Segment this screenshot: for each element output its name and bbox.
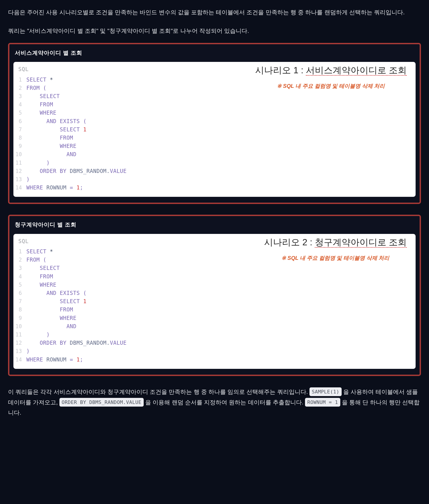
code-body[interactable]: 1SELECT *2FROM (3 SELECT4 FROM5 WHERE6 A… — [13, 74, 416, 197]
code-line: 8 FROM — [13, 134, 416, 142]
footer-seg3: 을 이용해 랜덤 순서를 지정하여 원하는 데이터를 추출합니다. — [144, 399, 305, 406]
code-line: 3 SELECT — [13, 92, 416, 100]
code-line: 14WHERE ROWNUM = 1; — [13, 356, 416, 364]
code-line: 13) — [13, 347, 416, 355]
line-number: 14 — [13, 356, 26, 364]
line-number: 11 — [13, 159, 26, 167]
code-text: AND — [26, 150, 76, 159]
line-number: 6 — [13, 117, 26, 125]
code-text: FROM ( — [26, 256, 46, 264]
code-line: 6 AND EXISTS ( — [13, 117, 416, 125]
line-number: 10 — [13, 150, 26, 159]
code-line: 12 ORDER BY DBMS_RANDOM.VALUE — [13, 167, 416, 175]
line-number: 11 — [13, 331, 26, 339]
line-number: 5 — [13, 281, 26, 289]
code-line: 13) — [13, 175, 416, 184]
code-text: ORDER BY DBMS_RANDOM.VALUE — [26, 167, 126, 175]
code-line: 8 FROM — [13, 306, 416, 314]
line-number: 13 — [13, 347, 26, 355]
line-number: 12 — [13, 167, 26, 175]
line-number: 9 — [13, 142, 26, 150]
code-card: SQL시나리오 2 : 청구계약아이디로 조회※ SQL 내 주요 컬럼명 및 … — [13, 234, 416, 369]
code-line: 14WHERE ROWNUM = 1; — [13, 184, 416, 192]
line-number: 10 — [13, 322, 26, 331]
line-number: 4 — [13, 100, 26, 109]
line-number: 3 — [13, 264, 26, 272]
line-number: 7 — [13, 297, 26, 306]
code-line: 4 FROM — [13, 273, 416, 281]
code-text: WHERE — [26, 281, 56, 289]
footer-explanation: 이 쿼리들은 각각 서비스계약아이디와 청구계약아이디 조건을 만족하는 행 중… — [8, 387, 421, 418]
section-title: 서비스계약아이디 별 조회 — [15, 48, 414, 57]
code-line: 9 WHERE — [13, 314, 416, 322]
line-number: 6 — [13, 289, 26, 297]
scenario-annotation: 시나리오 1 : 서비스계약아이디로 조회※ SQL 내 주요 컬럼명 및 테이… — [255, 63, 407, 90]
code-pill-orderby: ORDER BY DBMS_RANDOM.VALUE — [59, 398, 144, 407]
code-line: 11 ) — [13, 159, 416, 167]
code-line: 5 WHERE — [13, 109, 416, 117]
code-text: SELECT — [26, 264, 60, 272]
code-line: 6 AND EXISTS ( — [13, 289, 416, 297]
line-number: 2 — [13, 256, 26, 264]
line-number: 1 — [13, 76, 26, 84]
code-line: 9 WHERE — [13, 142, 416, 150]
code-line: 12 ORDER BY DBMS_RANDOM.VALUE — [13, 339, 416, 347]
code-text: FROM — [26, 306, 73, 314]
code-text: ORDER BY DBMS_RANDOM.VALUE — [26, 339, 126, 347]
code-text: SELECT * — [26, 76, 53, 84]
code-section-0: 서비스계약아이디 별 조회SQL시나리오 1 : 서비스계약아이디로 조회※ S… — [8, 43, 421, 204]
intro-text-2: 쿼리는 "서비스계약아이디 별 조회" 및 "청구계약아이디 별 조회"로 나누… — [8, 26, 421, 36]
code-card: SQL시나리오 1 : 서비스계약아이디로 조회※ SQL 내 주요 컬럼명 및… — [13, 62, 416, 197]
line-number: 3 — [13, 92, 26, 100]
code-text: ) — [26, 159, 50, 167]
footer-seg1: 이 쿼리들은 각각 서비스계약아이디와 청구계약아이디 조건을 만족하는 행 중… — [8, 389, 309, 395]
line-number: 4 — [13, 273, 26, 281]
scenario-annotation: 시나리오 2 : 청구계약아이디로 조회※ SQL 내 주요 컬럼명 및 테이블… — [264, 235, 407, 263]
line-number: 5 — [13, 109, 26, 117]
code-text: WHERE — [26, 142, 76, 150]
code-text: ) — [26, 331, 50, 339]
line-number: 12 — [13, 339, 26, 347]
redaction-note: ※ SQL 내 주요 컬럼명 및 테이블명 삭제 처리 — [255, 81, 407, 90]
code-body[interactable]: 1SELECT *2FROM (3 SELECT4 FROM5 WHERE6 A… — [13, 246, 416, 369]
code-line: 5 WHERE — [13, 281, 416, 289]
code-text: FROM ( — [26, 84, 46, 92]
code-text: ) — [26, 175, 30, 184]
code-text: WHERE ROWNUM = 1; — [26, 356, 83, 364]
code-text: FROM — [26, 273, 53, 281]
code-pill-rownum: ROWNUM = 1 — [305, 398, 340, 407]
code-line: 7 SELECT 1 — [13, 125, 416, 134]
line-number: 14 — [13, 184, 26, 192]
code-text: WHERE — [26, 314, 76, 322]
code-line: 3 SELECT — [13, 264, 416, 272]
line-number: 9 — [13, 314, 26, 322]
code-text: ) — [26, 347, 30, 355]
line-number: 8 — [13, 306, 26, 314]
line-number: 1 — [13, 248, 26, 256]
code-text: SELECT 1 — [26, 297, 87, 306]
code-line: 4 FROM — [13, 100, 416, 109]
code-section-1: 청구계약아이디 별 조회SQL시나리오 2 : 청구계약아이디로 조회※ SQL… — [8, 215, 421, 376]
code-line: 10 AND — [13, 322, 416, 331]
redaction-note: ※ SQL 내 주요 컬럼명 및 테이블명 삭제 처리 — [264, 254, 407, 263]
line-number: 7 — [13, 125, 26, 134]
intro-text-1: 다음은 주어진 사용 시나리오별로 조건을 만족하는 바인드 변수의 값을 포함… — [8, 8, 421, 17]
code-text: AND — [26, 322, 76, 331]
line-number: 13 — [13, 175, 26, 184]
code-line: 10 AND — [13, 150, 416, 159]
line-number: 2 — [13, 84, 26, 92]
code-text: WHERE ROWNUM = 1; — [26, 184, 83, 192]
code-text: AND EXISTS ( — [26, 289, 87, 297]
code-line: 7 SELECT 1 — [13, 297, 416, 306]
code-text: SELECT 1 — [26, 125, 87, 134]
line-number: 8 — [13, 134, 26, 142]
scenario-title: 시나리오 1 : 서비스계약아이디로 조회 — [255, 63, 407, 78]
code-text: WHERE — [26, 109, 56, 117]
code-text: SELECT — [26, 92, 60, 100]
code-text: AND EXISTS ( — [26, 117, 87, 125]
code-text: FROM — [26, 134, 73, 142]
code-text: FROM — [26, 100, 53, 109]
code-text: SELECT * — [26, 248, 53, 256]
section-title: 청구계약아이디 별 조회 — [15, 220, 414, 229]
code-line: 11 ) — [13, 331, 416, 339]
